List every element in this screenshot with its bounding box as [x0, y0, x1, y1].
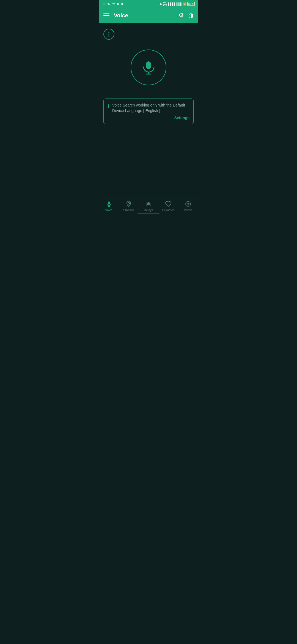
more-dots-icon [108, 32, 109, 37]
info-settings-link[interactable]: Settings [108, 116, 189, 120]
tab-voice-label: Voice [105, 208, 113, 212]
app-bar: Voice ⚙ ◑ [99, 8, 198, 23]
main-content: ℹ Voice Search working only with the Def… [99, 23, 198, 198]
signal-icon-2: ▌▌▌ [177, 2, 182, 6]
favorites-tab-icon [165, 201, 172, 207]
home-indicator [138, 213, 160, 214]
tab-favorites[interactable]: Favorites [158, 201, 178, 212]
microphone-button[interactable] [131, 50, 166, 85]
info-icon: ℹ [108, 103, 109, 109]
svg-point-6 [128, 203, 130, 204]
media-icon: ⏸ [116, 2, 119, 6]
voice-tab-icon [106, 201, 112, 207]
status-icons: ⏰ VoLTE ▌▌▌▌ ▌▌▌ 📶 28 ⚡ [159, 1, 195, 6]
more-options-button[interactable] [103, 29, 114, 40]
podcast-icon: ⏸ [120, 2, 123, 6]
stations-tab-icon [125, 201, 132, 207]
tab-delays-label: Delays [144, 208, 153, 212]
svg-rect-0 [146, 61, 151, 69]
tab-prices-label: Prices [184, 208, 193, 212]
lte-icon: VoLTE [163, 1, 167, 6]
signal-icon-1: ▌▌▌▌ [168, 2, 175, 6]
alarm-icon: ⏰ [159, 2, 162, 6]
mic-container [103, 50, 194, 85]
wifi-icon: 📶 [183, 2, 186, 6]
settings-icon[interactable]: ⚙ [178, 12, 184, 19]
tab-favorites-label: Favorites [162, 208, 174, 212]
page-title: Voice [114, 12, 128, 19]
bottom-nav: Voice Stations Delays Favorites $ Prices [99, 198, 198, 215]
svg-rect-3 [108, 201, 110, 204]
info-message: Voice Search working only with the Defau… [112, 103, 189, 113]
battery-level: 28 [188, 3, 191, 5]
menu-button[interactable] [103, 13, 109, 17]
tab-stations[interactable]: Stations [119, 201, 139, 212]
prices-tab-icon: $ [185, 201, 191, 207]
svg-text:$: $ [187, 203, 189, 206]
tab-prices[interactable]: $ Prices [178, 201, 198, 212]
tab-delays[interactable]: Delays [139, 201, 158, 212]
tab-stations-label: Stations [123, 208, 134, 212]
battery-bolt: ⚡ [191, 2, 194, 5]
microphone-icon [140, 59, 157, 76]
status-time: 11:25 PM [102, 2, 115, 6]
info-box: ℹ Voice Search working only with the Def… [103, 99, 194, 124]
svg-point-8 [148, 202, 150, 204]
status-bar: 11:25 PM ⏸ ⏸ ⏰ VoLTE ▌▌▌▌ ▌▌▌ 📶 28 ⚡ [99, 0, 198, 8]
theme-toggle-icon[interactable]: ◑ [188, 12, 194, 19]
delays-tab-icon [145, 201, 152, 207]
battery-indicator: 28 ⚡ [187, 2, 195, 6]
tab-voice[interactable]: Voice [99, 201, 119, 212]
